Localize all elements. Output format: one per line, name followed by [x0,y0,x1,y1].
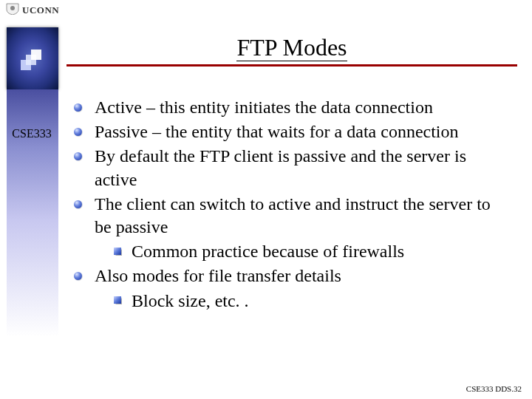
bullet-item: Passive – the entity that waits for a da… [74,120,510,143]
svg-point-0 [10,6,15,10]
bullet-item: Also modes for file transfer detailsBloc… [74,265,510,312]
bullet-item: Active – this entity initiates the data … [74,96,510,119]
bullet-text: Also modes for file transfer details [95,266,341,285]
square-bullet-icon [114,248,121,255]
sub-bullet-item: Block size, etc. . [114,290,510,313]
bullet-text: Passive – the entity that waits for a da… [95,122,459,141]
course-label: CSE333 [7,127,56,140]
sub-bullet-item: Common practice because of firewalls [114,240,510,263]
sub-bullet-text: Block size, etc. . [132,291,249,310]
square-bullet-icon [114,296,121,304]
page-title: FTP Modes [236,35,347,61]
institution-name: UCONN [22,4,59,16]
slide-footer: CSE333 DDS.32 [466,384,522,393]
circle-bullet-icon [74,152,82,160]
sub-bullet-text: Common practice because of firewalls [132,242,404,261]
uconn-shield-icon [6,3,19,15]
bullet-item: By default the FTP client is passive and… [74,145,510,191]
department-seal-icon [7,27,58,89]
circle-bullet-icon [74,272,82,280]
circle-bullet-icon [74,200,82,208]
circle-bullet-icon [74,128,82,136]
bullet-text: The client can switch to active and inst… [95,194,491,236]
bullet-item: The client can switch to active and inst… [74,193,510,264]
title-row: FTP Modes [66,30,517,66]
slide-content: Active – this entity initiates the data … [74,96,510,314]
circle-bullet-icon [74,103,82,112]
bullet-text: Active – this entity initiates the data … [95,98,433,117]
bullet-text: By default the FTP client is passive and… [95,146,466,188]
svg-rect-3 [31,50,41,60]
